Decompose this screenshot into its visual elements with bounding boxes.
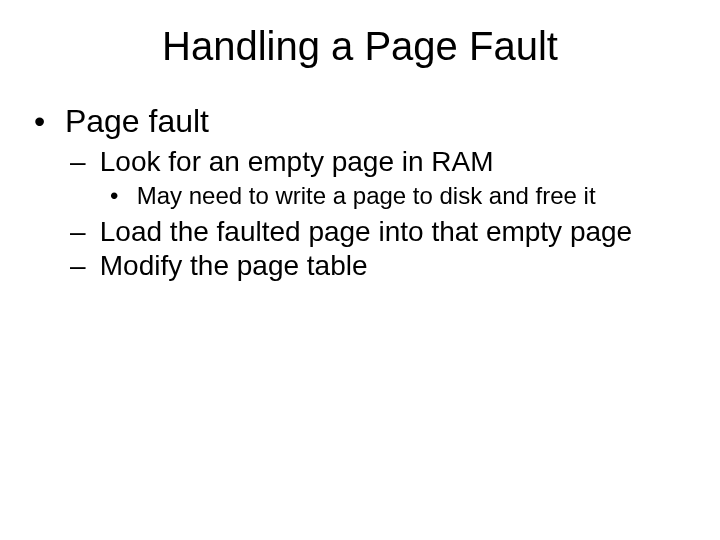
bullet-l2-a-text: Look for an empty page in RAM xyxy=(100,146,494,177)
bullet-l1: Page fault Look for an empty page in RAM… xyxy=(36,103,690,282)
bullet-list: Page fault Look for an empty page in RAM… xyxy=(30,103,690,282)
slide: Handling a Page Fault Page fault Look fo… xyxy=(0,0,720,540)
bullet-l2-b: Load the faulted page into that empty pa… xyxy=(70,216,690,248)
bullet-l2-list: Look for an empty page in RAM May need t… xyxy=(36,146,690,282)
bullet-l3-list: May need to write a page to disk and fre… xyxy=(70,182,690,210)
bullet-l1-text: Page fault xyxy=(65,103,209,139)
bullet-l3-a: May need to write a page to disk and fre… xyxy=(110,182,690,210)
slide-title: Handling a Page Fault xyxy=(30,24,690,69)
bullet-l2-b-text: Load the faulted page into that empty pa… xyxy=(100,216,632,247)
bullet-l2-c-text: Modify the page table xyxy=(100,250,368,281)
bullet-l3-a-text: May need to write a page to disk and fre… xyxy=(137,182,596,209)
bullet-l2-c: Modify the page table xyxy=(70,250,690,282)
bullet-l2-a: Look for an empty page in RAM May need t… xyxy=(70,146,690,210)
